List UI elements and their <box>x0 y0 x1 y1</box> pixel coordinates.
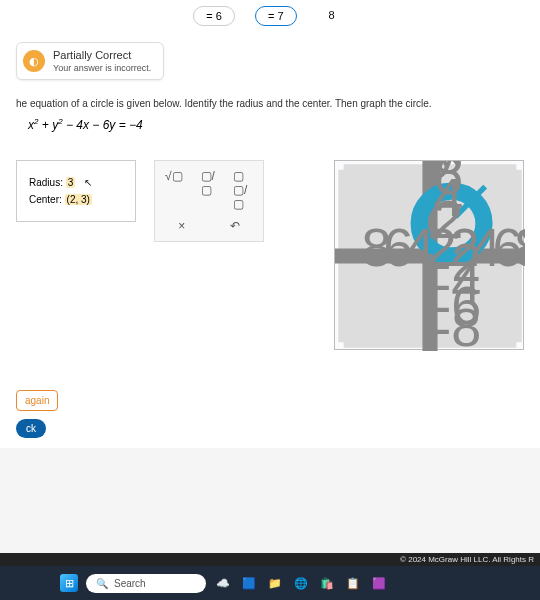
partial-correct-icon: ◐ <box>23 50 45 72</box>
nav-label: 8 <box>329 9 335 21</box>
app-icon-2[interactable]: 📁 <box>266 574 284 592</box>
y-axis-label: y <box>433 161 460 178</box>
status-title: Partially Correct <box>53 49 151 61</box>
center-label: Center: <box>29 194 62 205</box>
search-icon: 🔍 <box>96 578 108 589</box>
nav-prefix: = <box>206 10 212 22</box>
nav-label: 6 <box>216 10 222 22</box>
status-sub: Your answer is incorrect. <box>53 63 151 73</box>
edge-icon[interactable]: 🌐 <box>292 574 310 592</box>
math-tool-panel: √▢ ▢/▢ ▢ ▢/▢ × ↶ <box>154 160 264 242</box>
app-icon-1[interactable]: 🟦 <box>240 574 258 592</box>
radius-value[interactable]: 3 <box>66 177 76 188</box>
undo-tool[interactable]: ↶ <box>226 217 244 235</box>
app-icon-4[interactable]: 📋 <box>344 574 362 592</box>
main-content: ◐ Partially Correct Your answer is incor… <box>0 32 540 448</box>
fraction-tool[interactable]: ▢/▢ <box>197 167 219 213</box>
nav-item-7[interactable]: = 7 <box>255 6 297 26</box>
equation-display: x2 + y2 − 4x − 6y = −4 <box>16 113 524 150</box>
center-row: Center: (2, 3) <box>29 194 123 205</box>
question-prompt: he equation of a circle is given below. … <box>16 98 524 109</box>
nav-prefix: = <box>268 10 274 22</box>
nav-item-6[interactable]: = 6 <box>193 6 235 26</box>
nav-item-8[interactable]: 8 <box>317 6 347 26</box>
question-nav: = 6 = 7 8 <box>0 0 540 32</box>
try-again-button[interactable]: again <box>16 390 58 411</box>
x-axis-label: x <box>519 210 525 270</box>
start-icon[interactable]: ⊞ <box>60 574 78 592</box>
taskbar-search[interactable]: 🔍 Search <box>86 574 206 593</box>
windows-taskbar[interactable]: ⊞ 🔍 Search ☁️ 🟦 📁 🌐 🛍️ 📋 🟪 <box>0 566 540 600</box>
cursor-icon: ↖ <box>84 177 92 188</box>
ck-button[interactable]: ck <box>16 419 46 438</box>
mixed-fraction-tool[interactable]: ▢ ▢/▢ <box>229 167 257 213</box>
close-tool[interactable]: × <box>174 217 189 235</box>
answer-box: Radius: 3 ↖ Center: (2, 3) <box>16 160 136 222</box>
search-placeholder: Search <box>114 578 146 589</box>
radius-label: Radius: <box>29 177 63 188</box>
svg-text:-8: -8 <box>433 297 481 351</box>
radius-row: Radius: 3 ↖ <box>29 177 123 188</box>
center-value[interactable]: (2, 3) <box>65 194 92 205</box>
status-card: ◐ Partially Correct Your answer is incor… <box>16 42 164 80</box>
copyright-text: © 2024 McGraw Hill LLC. All Rights R <box>0 553 540 566</box>
footer: © 2024 McGraw Hill LLC. All Rights R ⊞ 🔍… <box>0 553 540 600</box>
sqrt-tool[interactable]: √▢ <box>161 167 187 213</box>
app-icon-3[interactable]: 🛍️ <box>318 574 336 592</box>
weather-icon[interactable]: ☁️ <box>214 574 232 592</box>
nav-label: 7 <box>277 10 283 22</box>
coordinate-graph[interactable]: × -8-6-4-2 2468 8642 -2-4-6-8 x y <box>334 160 524 350</box>
app-icon-5[interactable]: 🟪 <box>370 574 388 592</box>
